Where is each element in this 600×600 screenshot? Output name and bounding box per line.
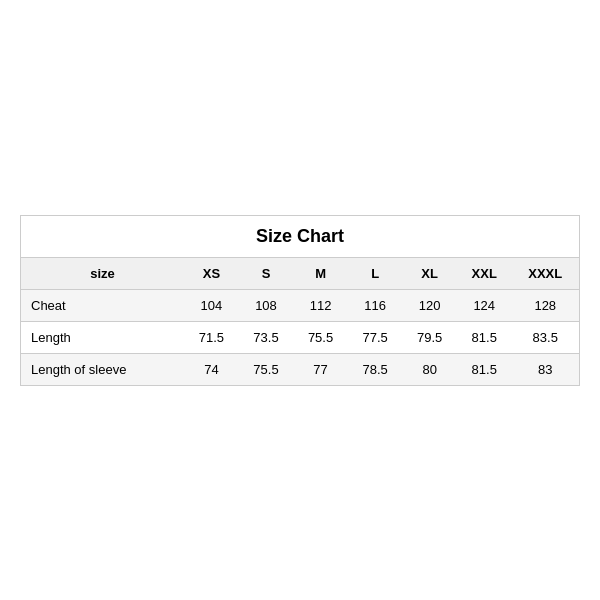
header-l: L bbox=[348, 257, 403, 289]
header-xs: XS bbox=[184, 257, 239, 289]
size-chart-container: Size Chart size XS S M L XL XXL XXXL Che… bbox=[20, 215, 580, 386]
cell-value: 77.5 bbox=[348, 321, 403, 353]
header-xl: XL bbox=[402, 257, 457, 289]
header-row: size XS S M L XL XXL XXXL bbox=[21, 257, 580, 289]
table-body: Cheat104108112116120124128Length71.573.5… bbox=[21, 289, 580, 385]
cell-value: 78.5 bbox=[348, 353, 403, 385]
cell-value: 71.5 bbox=[184, 321, 239, 353]
cell-value: 128 bbox=[512, 289, 580, 321]
header-xxl: XXL bbox=[457, 257, 512, 289]
cell-value: 74 bbox=[184, 353, 239, 385]
cell-value: 77 bbox=[293, 353, 348, 385]
cell-value: 81.5 bbox=[457, 353, 512, 385]
cell-value: 112 bbox=[293, 289, 348, 321]
row-label: Cheat bbox=[21, 289, 185, 321]
cell-value: 120 bbox=[402, 289, 457, 321]
cell-value: 108 bbox=[239, 289, 294, 321]
table-row: Cheat104108112116120124128 bbox=[21, 289, 580, 321]
size-chart-table: Size Chart size XS S M L XL XXL XXXL Che… bbox=[20, 215, 580, 386]
header-xxxl: XXXL bbox=[512, 257, 580, 289]
table-row: Length of sleeve7475.57778.58081.583 bbox=[21, 353, 580, 385]
header-s: S bbox=[239, 257, 294, 289]
cell-value: 83 bbox=[512, 353, 580, 385]
cell-value: 80 bbox=[402, 353, 457, 385]
table-row: Length71.573.575.577.579.581.583.5 bbox=[21, 321, 580, 353]
cell-value: 73.5 bbox=[239, 321, 294, 353]
cell-value: 83.5 bbox=[512, 321, 580, 353]
cell-value: 116 bbox=[348, 289, 403, 321]
cell-value: 75.5 bbox=[293, 321, 348, 353]
cell-value: 104 bbox=[184, 289, 239, 321]
cell-value: 75.5 bbox=[239, 353, 294, 385]
title-row: Size Chart bbox=[21, 215, 580, 257]
row-label: Length of sleeve bbox=[21, 353, 185, 385]
row-label: Length bbox=[21, 321, 185, 353]
header-m: M bbox=[293, 257, 348, 289]
cell-value: 124 bbox=[457, 289, 512, 321]
cell-value: 79.5 bbox=[402, 321, 457, 353]
cell-value: 81.5 bbox=[457, 321, 512, 353]
chart-title: Size Chart bbox=[21, 215, 580, 257]
header-size: size bbox=[21, 257, 185, 289]
